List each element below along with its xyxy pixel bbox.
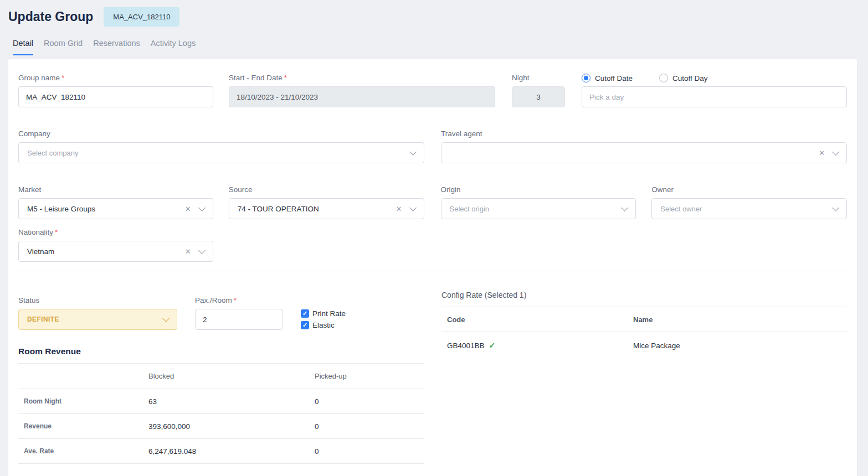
owner-label: Owner xyxy=(651,185,847,194)
company-select-value: Select company xyxy=(27,149,410,157)
origin-select[interactable]: Select origin xyxy=(441,198,636,219)
cutoff-radio-group: Cutoff Date Cutoff Day xyxy=(582,74,847,82)
col-name: Name xyxy=(633,315,847,324)
pax-room-label: Pax./Room* xyxy=(195,296,283,305)
clear-icon[interactable]: ✕ xyxy=(396,205,402,213)
market-select[interactable]: M5 - Leisure Groups ✕ xyxy=(18,198,213,219)
clear-icon[interactable]: ✕ xyxy=(185,205,191,213)
page-title: Update Group xyxy=(8,9,93,24)
col-picked-up: Picked-up xyxy=(315,372,424,380)
status-select[interactable]: DEFINITE xyxy=(18,309,177,330)
company-select[interactable]: Select company xyxy=(18,142,424,163)
tab-reservations[interactable]: Reservations xyxy=(93,39,140,55)
section-divider xyxy=(18,271,847,271)
chevron-down-icon xyxy=(832,204,839,211)
pax-room-input[interactable] xyxy=(195,309,283,330)
chevron-down-icon xyxy=(198,247,206,254)
tab-activity-logs[interactable]: Activity Logs xyxy=(151,39,196,55)
left-column: Status DEFINITE Pax./Room* ✓ Print xyxy=(18,291,424,464)
source-label: Source xyxy=(229,185,424,194)
config-rate-row[interactable]: GB4001BB✓ Mice Package xyxy=(441,332,847,359)
clear-icon[interactable]: ✕ xyxy=(185,248,191,255)
chevron-down-icon xyxy=(198,204,206,211)
night-label: Night xyxy=(512,74,565,82)
date-range-label: Start - End Date* xyxy=(229,74,495,82)
group-code-badge: MA_ACV_182110 xyxy=(104,7,179,27)
table-row-revenue: Revenue 393,600,000 0 xyxy=(18,414,424,439)
config-rate-code-cell: GB4001BB✓ xyxy=(441,341,633,350)
source-select-value: 74 - TOUR OPERATION xyxy=(238,205,396,213)
tab-detail[interactable]: Detail xyxy=(13,39,33,55)
cutoff-day-picker[interactable] xyxy=(582,86,847,107)
origin-label: Origin xyxy=(441,185,636,194)
page-header: Update Group MA_ACV_182110 xyxy=(0,0,868,27)
col-blocked: Blocked xyxy=(148,372,315,380)
nationality-select-value: Vietnam xyxy=(27,247,185,256)
required-mark: * xyxy=(55,228,58,236)
check-icon: ✓ xyxy=(489,341,496,350)
checkbox-checked-icon: ✓ xyxy=(301,321,309,329)
tab-room-grid[interactable]: Room Grid xyxy=(44,39,83,55)
cutoff-date-label: Cutoff Date xyxy=(595,74,633,82)
config-rate-section: Config Rate (Selected 1) Code Name GB400… xyxy=(441,291,847,464)
market-select-value: M5 - Leisure Groups xyxy=(27,205,185,213)
room-revenue-title: Room Revenue xyxy=(18,346,424,356)
market-label: Market xyxy=(18,185,213,194)
owner-select[interactable]: Select owner xyxy=(651,198,847,219)
cutoff-date-radio[interactable]: Cutoff Date xyxy=(582,74,633,82)
config-rate-name-cell: Mice Package xyxy=(633,342,847,350)
nationality-select[interactable]: Vietnam ✕ xyxy=(18,241,213,262)
travel-agent-select[interactable]: ✕ xyxy=(441,142,847,163)
chevron-down-icon xyxy=(621,204,628,211)
elastic-label: Elastic xyxy=(312,321,335,329)
elastic-checkbox[interactable]: ✓ Elastic xyxy=(301,321,346,329)
detail-form-card: Group name* Start - End Date* Night Cuto… xyxy=(8,59,857,476)
group-name-input[interactable] xyxy=(18,86,213,107)
radio-unselected-icon xyxy=(659,74,668,82)
required-mark: * xyxy=(234,296,237,304)
col-code: Code xyxy=(441,315,633,324)
status-label: Status xyxy=(18,296,177,305)
radio-selected-icon xyxy=(582,74,590,82)
source-select[interactable]: 74 - TOUR OPERATION ✕ xyxy=(229,198,424,219)
cutoff-day-label: Cutoff Day xyxy=(672,74,708,82)
rate-options: ✓ Print Rate ✓ Elastic xyxy=(301,296,346,330)
chevron-down-icon xyxy=(409,204,417,211)
night-input xyxy=(512,86,565,107)
table-row-room-night: Room Night 63 0 xyxy=(18,389,424,414)
chevron-down-icon xyxy=(162,315,170,322)
owner-select-value: Select owner xyxy=(660,205,833,213)
chevron-down-icon xyxy=(832,148,839,156)
required-mark: * xyxy=(284,74,287,82)
table-row-ave-rate: Ave. Rate 6,247,619.048 0 xyxy=(18,439,424,464)
nationality-label: Nationality* xyxy=(18,228,213,237)
origin-select-value: Select origin xyxy=(450,205,623,213)
room-revenue-table: Blocked Picked-up Room Night 63 0 Revenu… xyxy=(18,363,424,464)
status-select-value: DEFINITE xyxy=(27,315,163,323)
group-name-label: Group name* xyxy=(18,74,213,82)
clear-icon[interactable]: ✕ xyxy=(819,149,825,157)
print-rate-label: Print Rate xyxy=(312,309,346,318)
cutoff-day-radio[interactable]: Cutoff Day xyxy=(659,74,708,82)
required-mark: * xyxy=(61,74,64,82)
config-rate-title: Config Rate (Selected 1) xyxy=(441,291,847,307)
travel-agent-label: Travel agent xyxy=(441,130,847,138)
checkbox-checked-icon: ✓ xyxy=(301,309,309,318)
date-range-input xyxy=(229,86,495,107)
print-rate-checkbox[interactable]: ✓ Print Rate xyxy=(301,309,346,318)
room-revenue-header-row: Blocked Picked-up xyxy=(18,364,424,389)
tab-bar: Detail Room Grid Reservations Activity L… xyxy=(0,39,868,55)
chevron-down-icon xyxy=(409,148,417,156)
config-rate-header-row: Code Name xyxy=(441,307,847,332)
company-label: Company xyxy=(18,130,424,138)
